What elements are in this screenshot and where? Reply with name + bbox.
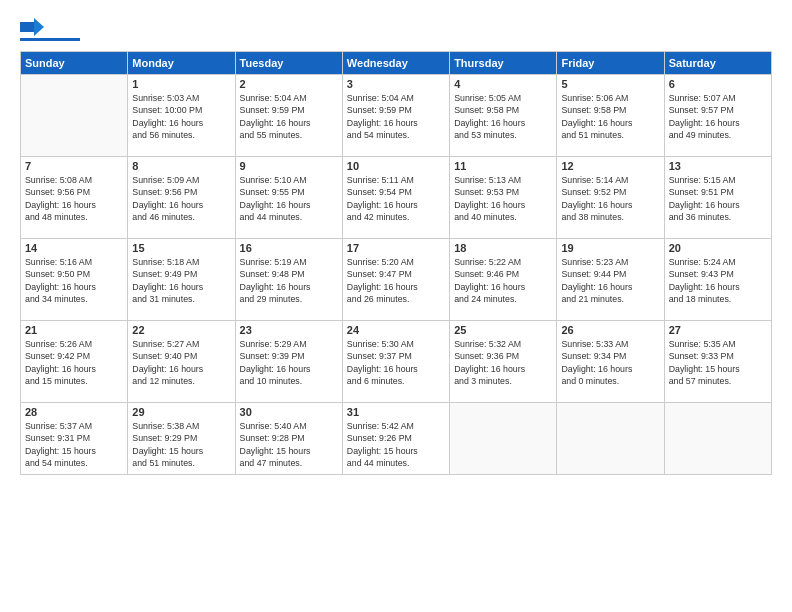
day-number: 29 — [132, 406, 230, 418]
day-number: 11 — [454, 160, 552, 172]
calendar-cell: 10Sunrise: 5:11 AM Sunset: 9:54 PM Dayli… — [342, 157, 449, 239]
calendar-cell: 26Sunrise: 5:33 AM Sunset: 9:34 PM Dayli… — [557, 321, 664, 403]
day-info: Sunrise: 5:27 AM Sunset: 9:40 PM Dayligh… — [132, 338, 230, 387]
column-header-wednesday: Wednesday — [342, 52, 449, 75]
day-number: 28 — [25, 406, 123, 418]
week-row-2: 7Sunrise: 5:08 AM Sunset: 9:56 PM Daylig… — [21, 157, 772, 239]
calendar-cell: 25Sunrise: 5:32 AM Sunset: 9:36 PM Dayli… — [450, 321, 557, 403]
calendar-cell — [450, 403, 557, 475]
calendar-cell: 28Sunrise: 5:37 AM Sunset: 9:31 PM Dayli… — [21, 403, 128, 475]
day-number: 3 — [347, 78, 445, 90]
header — [20, 18, 772, 41]
calendar-cell: 14Sunrise: 5:16 AM Sunset: 9:50 PM Dayli… — [21, 239, 128, 321]
calendar-table: SundayMondayTuesdayWednesdayThursdayFrid… — [20, 51, 772, 475]
day-number: 23 — [240, 324, 338, 336]
calendar-cell: 24Sunrise: 5:30 AM Sunset: 9:37 PM Dayli… — [342, 321, 449, 403]
day-info: Sunrise: 5:04 AM Sunset: 9:59 PM Dayligh… — [240, 92, 338, 141]
day-info: Sunrise: 5:09 AM Sunset: 9:56 PM Dayligh… — [132, 174, 230, 223]
day-number: 4 — [454, 78, 552, 90]
column-header-sunday: Sunday — [21, 52, 128, 75]
day-info: Sunrise: 5:20 AM Sunset: 9:47 PM Dayligh… — [347, 256, 445, 305]
calendar-cell: 2Sunrise: 5:04 AM Sunset: 9:59 PM Daylig… — [235, 75, 342, 157]
day-number: 12 — [561, 160, 659, 172]
day-info: Sunrise: 5:37 AM Sunset: 9:31 PM Dayligh… — [25, 420, 123, 469]
day-info: Sunrise: 5:42 AM Sunset: 9:26 PM Dayligh… — [347, 420, 445, 469]
day-info: Sunrise: 5:23 AM Sunset: 9:44 PM Dayligh… — [561, 256, 659, 305]
calendar-cell: 15Sunrise: 5:18 AM Sunset: 9:49 PM Dayli… — [128, 239, 235, 321]
calendar-cell: 31Sunrise: 5:42 AM Sunset: 9:26 PM Dayli… — [342, 403, 449, 475]
day-info: Sunrise: 5:07 AM Sunset: 9:57 PM Dayligh… — [669, 92, 767, 141]
day-info: Sunrise: 5:04 AM Sunset: 9:59 PM Dayligh… — [347, 92, 445, 141]
day-number: 17 — [347, 242, 445, 254]
week-row-1: 1Sunrise: 5:03 AM Sunset: 10:00 PM Dayli… — [21, 75, 772, 157]
day-number: 22 — [132, 324, 230, 336]
calendar-cell: 5Sunrise: 5:06 AM Sunset: 9:58 PM Daylig… — [557, 75, 664, 157]
day-info: Sunrise: 5:08 AM Sunset: 9:56 PM Dayligh… — [25, 174, 123, 223]
day-number: 24 — [347, 324, 445, 336]
column-header-tuesday: Tuesday — [235, 52, 342, 75]
day-info: Sunrise: 5:32 AM Sunset: 9:36 PM Dayligh… — [454, 338, 552, 387]
calendar-cell: 22Sunrise: 5:27 AM Sunset: 9:40 PM Dayli… — [128, 321, 235, 403]
day-info: Sunrise: 5:40 AM Sunset: 9:28 PM Dayligh… — [240, 420, 338, 469]
day-number: 30 — [240, 406, 338, 418]
column-header-saturday: Saturday — [664, 52, 771, 75]
calendar-cell: 16Sunrise: 5:19 AM Sunset: 9:48 PM Dayli… — [235, 239, 342, 321]
calendar-header-row: SundayMondayTuesdayWednesdayThursdayFrid… — [21, 52, 772, 75]
calendar-cell: 3Sunrise: 5:04 AM Sunset: 9:59 PM Daylig… — [342, 75, 449, 157]
day-number: 26 — [561, 324, 659, 336]
day-info: Sunrise: 5:15 AM Sunset: 9:51 PM Dayligh… — [669, 174, 767, 223]
day-number: 8 — [132, 160, 230, 172]
calendar-cell: 1Sunrise: 5:03 AM Sunset: 10:00 PM Dayli… — [128, 75, 235, 157]
calendar-page: SundayMondayTuesdayWednesdayThursdayFrid… — [0, 0, 792, 612]
svg-rect-0 — [20, 22, 34, 32]
calendar-cell — [557, 403, 664, 475]
logo — [20, 18, 80, 41]
calendar-cell: 12Sunrise: 5:14 AM Sunset: 9:52 PM Dayli… — [557, 157, 664, 239]
calendar-cell: 29Sunrise: 5:38 AM Sunset: 9:29 PM Dayli… — [128, 403, 235, 475]
day-info: Sunrise: 5:05 AM Sunset: 9:58 PM Dayligh… — [454, 92, 552, 141]
day-info: Sunrise: 5:22 AM Sunset: 9:46 PM Dayligh… — [454, 256, 552, 305]
calendar-cell: 8Sunrise: 5:09 AM Sunset: 9:56 PM Daylig… — [128, 157, 235, 239]
calendar-cell: 9Sunrise: 5:10 AM Sunset: 9:55 PM Daylig… — [235, 157, 342, 239]
day-number: 25 — [454, 324, 552, 336]
column-header-friday: Friday — [557, 52, 664, 75]
calendar-cell: 21Sunrise: 5:26 AM Sunset: 9:42 PM Dayli… — [21, 321, 128, 403]
calendar-cell: 18Sunrise: 5:22 AM Sunset: 9:46 PM Dayli… — [450, 239, 557, 321]
calendar-cell: 19Sunrise: 5:23 AM Sunset: 9:44 PM Dayli… — [557, 239, 664, 321]
day-info: Sunrise: 5:38 AM Sunset: 9:29 PM Dayligh… — [132, 420, 230, 469]
day-number: 10 — [347, 160, 445, 172]
day-number: 31 — [347, 406, 445, 418]
day-number: 2 — [240, 78, 338, 90]
column-header-monday: Monday — [128, 52, 235, 75]
day-info: Sunrise: 5:14 AM Sunset: 9:52 PM Dayligh… — [561, 174, 659, 223]
day-number: 21 — [25, 324, 123, 336]
day-info: Sunrise: 5:03 AM Sunset: 10:00 PM Daylig… — [132, 92, 230, 141]
day-info: Sunrise: 5:24 AM Sunset: 9:43 PM Dayligh… — [669, 256, 767, 305]
day-info: Sunrise: 5:26 AM Sunset: 9:42 PM Dayligh… — [25, 338, 123, 387]
day-number: 16 — [240, 242, 338, 254]
day-info: Sunrise: 5:30 AM Sunset: 9:37 PM Dayligh… — [347, 338, 445, 387]
week-row-5: 28Sunrise: 5:37 AM Sunset: 9:31 PM Dayli… — [21, 403, 772, 475]
day-number: 6 — [669, 78, 767, 90]
day-number: 13 — [669, 160, 767, 172]
day-number: 7 — [25, 160, 123, 172]
day-number: 1 — [132, 78, 230, 90]
calendar-cell: 20Sunrise: 5:24 AM Sunset: 9:43 PM Dayli… — [664, 239, 771, 321]
svg-marker-1 — [34, 18, 44, 36]
column-header-thursday: Thursday — [450, 52, 557, 75]
calendar-cell: 17Sunrise: 5:20 AM Sunset: 9:47 PM Dayli… — [342, 239, 449, 321]
day-number: 18 — [454, 242, 552, 254]
day-info: Sunrise: 5:35 AM Sunset: 9:33 PM Dayligh… — [669, 338, 767, 387]
calendar-cell: 13Sunrise: 5:15 AM Sunset: 9:51 PM Dayli… — [664, 157, 771, 239]
day-number: 19 — [561, 242, 659, 254]
day-info: Sunrise: 5:29 AM Sunset: 9:39 PM Dayligh… — [240, 338, 338, 387]
calendar-cell: 23Sunrise: 5:29 AM Sunset: 9:39 PM Dayli… — [235, 321, 342, 403]
day-info: Sunrise: 5:06 AM Sunset: 9:58 PM Dayligh… — [561, 92, 659, 141]
calendar-cell: 27Sunrise: 5:35 AM Sunset: 9:33 PM Dayli… — [664, 321, 771, 403]
calendar-cell: 4Sunrise: 5:05 AM Sunset: 9:58 PM Daylig… — [450, 75, 557, 157]
day-info: Sunrise: 5:10 AM Sunset: 9:55 PM Dayligh… — [240, 174, 338, 223]
day-number: 5 — [561, 78, 659, 90]
week-row-4: 21Sunrise: 5:26 AM Sunset: 9:42 PM Dayli… — [21, 321, 772, 403]
day-info: Sunrise: 5:13 AM Sunset: 9:53 PM Dayligh… — [454, 174, 552, 223]
calendar-cell: 11Sunrise: 5:13 AM Sunset: 9:53 PM Dayli… — [450, 157, 557, 239]
